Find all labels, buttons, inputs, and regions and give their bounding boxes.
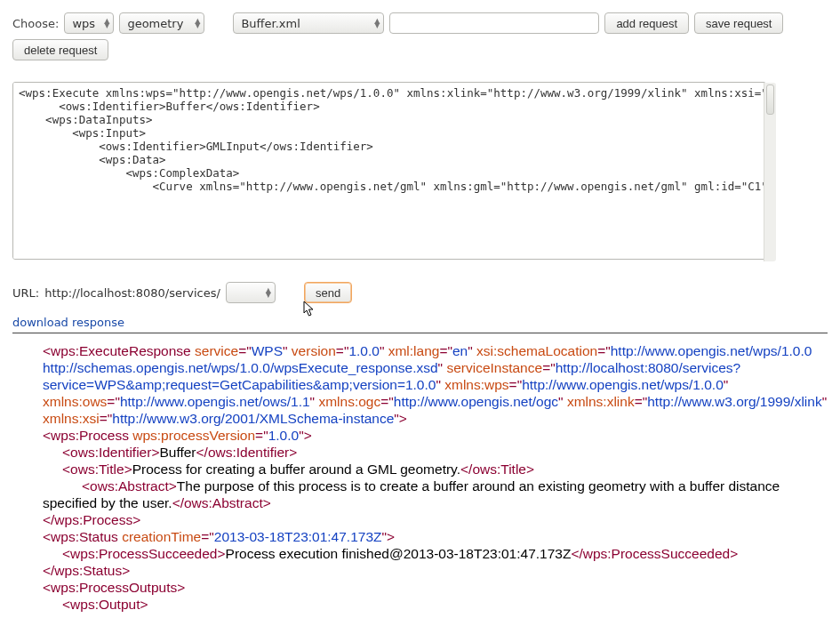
xml-status-close: </wps:Status> — [23, 562, 828, 579]
save-request-button[interactable]: save request — [694, 12, 783, 34]
request-name-input[interactable] — [389, 12, 599, 34]
xml-root: <wps:ExecuteResponse service="WPS" versi… — [23, 342, 828, 427]
xml-abstract: <ows:Abstract>The purpose of this proces… — [23, 478, 828, 511]
choose-label: Choose: — [12, 17, 59, 30]
service-select[interactable]: wps ▲▼ — [64, 12, 114, 34]
xml-process-open: <wps:Process wps:processVersion="1.0.0"> — [23, 427, 828, 444]
request-file-value: Buffer.xml — [241, 17, 300, 30]
xml-title: <ows:Title>Process for creating a buffer… — [23, 461, 828, 478]
xml-process-succeeded: <wps:ProcessSucceeded>Process execution … — [23, 545, 828, 562]
xml-process-close: </wps:Process> — [23, 511, 828, 528]
url-value: http://localhost:8080/services/ — [44, 286, 220, 300]
request-body-textarea[interactable] — [12, 82, 766, 260]
separator — [12, 333, 828, 333]
operation-select-value: geometry — [127, 17, 183, 30]
xml-identifier: <ows:Identifier>Buffer</ows:Identifier> — [23, 444, 828, 461]
xml-outputs-open: <wps:ProcessOutputs> — [23, 579, 828, 596]
service-select-value: wps — [72, 17, 95, 30]
spinner-icon: ▲▼ — [374, 19, 380, 28]
toolbar-row-2: delete request — [12, 39, 828, 60]
add-request-button[interactable]: add request — [604, 12, 689, 34]
request-file-select[interactable]: Buffer.xml ▲▼ — [233, 12, 384, 34]
url-row: URL: http://localhost:8080/services/ ▲▼ … — [12, 282, 828, 303]
send-button[interactable]: send — [304, 282, 352, 303]
response-xml-view: <wps:ExecuteResponse service="WPS" versi… — [12, 342, 828, 613]
operation-select[interactable]: geometry ▲▼ — [119, 12, 204, 34]
url-label: URL: — [12, 286, 39, 300]
spinner-icon: ▲▼ — [104, 19, 109, 28]
toolbar-row-1: Choose: wps ▲▼ geometry ▲▼ Buffer.xml ▲▼… — [12, 12, 828, 34]
download-response-link[interactable]: download response — [12, 316, 124, 329]
request-body-container — [12, 82, 777, 262]
xml-output-open: <wps:Output> — [23, 596, 828, 613]
spinner-icon: ▲▼ — [266, 288, 271, 297]
delete-request-button[interactable]: delete request — [12, 39, 108, 60]
endpoint-select[interactable]: ▲▼ — [226, 282, 276, 303]
xml-status-open: <wps:Status creationTime="2013-03-18T23:… — [23, 528, 828, 545]
scrollbar-thumb[interactable] — [766, 84, 774, 115]
spinner-icon: ▲▼ — [195, 19, 200, 28]
